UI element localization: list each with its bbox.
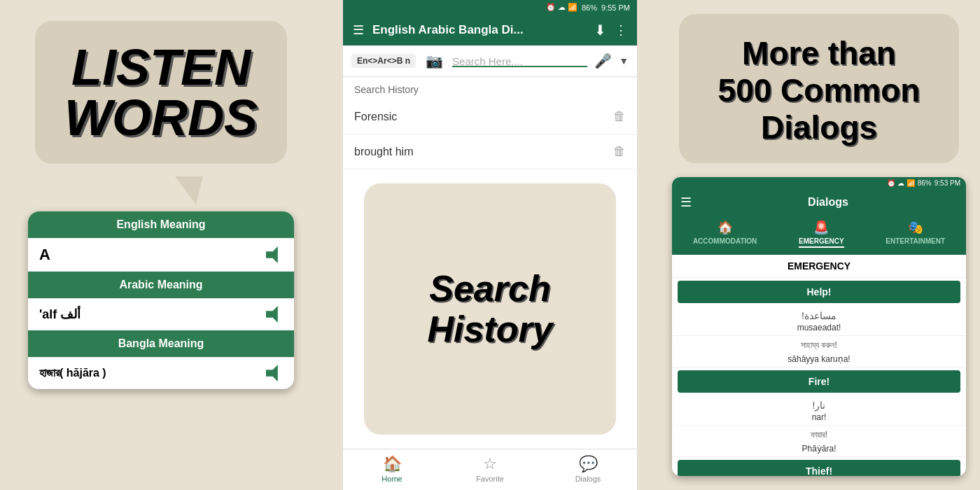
center-time: 9:55 PM — [601, 4, 630, 12]
dialogs-toolbar-title: Dialogs — [699, 196, 958, 209]
dialogs-status-icons: ⏰ ☁ 📶 — [887, 179, 915, 187]
dialogs-tab-entertainment[interactable]: 🎭 ENTERTAINMENT — [886, 220, 945, 248]
center-status-icons: ⏰ ☁ 📶 — [546, 3, 578, 12]
dialogs-tab-accommodation[interactable]: 🏠 ACCOMMODATION — [693, 220, 757, 248]
dialogs-battery: 86% — [918, 179, 932, 187]
search-underline — [452, 66, 587, 67]
dialog-fire-bangla: ফায়ার! Phāẏāra! — [672, 426, 966, 457]
dialogs-status-bar: ⏰ ☁ 📶 86% 9:53 PM — [672, 177, 966, 189]
center-favorite-label: Favorite — [476, 475, 504, 483]
delete-brought-icon[interactable]: 🗑 — [613, 144, 626, 159]
emergency-label: EMERGENCY — [799, 237, 844, 245]
arabic-speaker-icon[interactable] — [266, 306, 283, 323]
more-dialogs-box: More than 500 Common Dialogs — [679, 14, 959, 163]
listen-words-title: LISTEN WORDS — [63, 42, 259, 143]
left-panel: LISTEN WORDS English Meaning A Arabic Me… — [0, 0, 322, 490]
center-favorite-icon: ☆ — [483, 455, 497, 473]
dialog-help-btn[interactable]: Help! — [678, 281, 960, 303]
bangla-speaker-icon[interactable] — [266, 365, 283, 382]
accommodation-icon: 🏠 — [718, 220, 733, 235]
center-phone-screen: ⏰ ☁ 📶 86% 9:55 PM ☰ English Arabic Bangl… — [343, 0, 637, 490]
more-dialogs-text: More than 500 Common Dialogs — [700, 35, 938, 146]
center-home-label: Home — [382, 475, 402, 483]
dialogs-hamburger-icon[interactable]: ☰ — [680, 195, 692, 210]
search-history-big-label: Search History — [406, 248, 573, 370]
center-dialogs-icon: 💬 — [579, 455, 598, 473]
mic-icon[interactable]: 🎤 — [594, 52, 612, 69]
center-battery: 86% — [582, 4, 597, 12]
bangla-meaning-header: Bangla Meaning — [28, 330, 294, 358]
history-item-forensic[interactable]: Forensic 🗑 — [343, 99, 637, 134]
hamburger-icon[interactable]: ☰ — [353, 22, 364, 38]
dialog-help-bangla: সাহায্য করুন! sāhāyya karuṇa! — [672, 336, 966, 368]
history-item-forensic-text: Forensic — [354, 111, 397, 123]
dialog-fire-arabic: نار! nar! — [672, 396, 966, 426]
dialogs-section-title: EMERGENCY — [672, 255, 966, 278]
center-nav-dialogs[interactable]: 💬 Dialogs — [567, 455, 609, 483]
search-history-label: Search History — [343, 77, 637, 99]
arabic-value: ألف alf' — [39, 307, 80, 322]
center-panel: ⏰ ☁ 📶 86% 9:55 PM ☰ English Arabic Bangl… — [322, 0, 658, 490]
center-bottom-nav: 🏠 Home ☆ Favorite 💬 Dialogs — [343, 449, 637, 490]
lang-selector-row: En<>Ar<>B n 📷 Search Here.... 🎤 ▼ — [343, 46, 637, 77]
english-value: A — [39, 246, 50, 264]
center-dialogs-label: Dialogs — [575, 475, 601, 483]
lang-chip[interactable]: En<>Ar<>B n — [351, 54, 416, 68]
search-input-area: Search Here.... — [452, 55, 587, 67]
dialog-help-bangla-roman: sāhāyya karuṇa! — [680, 354, 958, 364]
dialog-fire-btn[interactable]: Fire! — [678, 370, 960, 393]
arabic-meaning-header: Arabic Meaning — [28, 272, 294, 299]
dialog-fire-bangla-roman: Phāẏāra! — [680, 444, 958, 454]
dialog-help-arabic: مساعدة! musaeadat! — [672, 306, 966, 336]
download-icon[interactable]: ⬇ — [594, 22, 606, 38]
center-home-icon: 🏠 — [383, 455, 402, 473]
dialogs-time: 9:53 PM — [934, 179, 960, 187]
dialog-fire-arabic-text: نار! — [680, 398, 958, 412]
dialog-help-arabic-text: مساعدة! — [680, 309, 958, 323]
dropdown-icon[interactable]: ▼ — [619, 55, 629, 66]
dialog-thief-btn[interactable]: Thief! — [678, 460, 960, 476]
emergency-icon: 🚨 — [813, 220, 829, 235]
dialog-help-bangla-text: সাহায্য করুন! — [680, 339, 958, 354]
center-app-toolbar: ☰ English Arabic Bangla Di... ⬇ ⋮ — [343, 15, 637, 46]
english-speaker-icon[interactable] — [266, 246, 283, 263]
bangla-meaning-row: হাজার( hājāra ) — [28, 358, 294, 389]
right-panel: More than 500 Common Dialogs ⏰ ☁ 📶 86% 9… — [658, 0, 980, 490]
english-meaning-header: English Meaning — [28, 211, 294, 239]
english-meaning-row: A — [28, 239, 294, 272]
bangla-value: হাজার( hājāra ) — [39, 367, 106, 379]
accommodation-label: ACCOMMODATION — [693, 237, 757, 245]
entertainment-label: ENTERTAINMENT — [886, 237, 945, 245]
delete-forensic-icon[interactable]: 🗑 — [613, 109, 626, 124]
arabic-meaning-row: ألف alf' — [28, 299, 294, 330]
entertainment-icon: 🎭 — [908, 220, 923, 235]
history-item-brought[interactable]: brought him 🗑 — [343, 134, 637, 169]
dialog-fire-arabic-roman: nar! — [680, 412, 958, 422]
dialogs-tab-emergency[interactable]: 🚨 EMERGENCY — [799, 220, 844, 248]
dialogs-toolbar: ☰ Dialogs — [672, 189, 966, 216]
history-item-brought-text: brought him — [354, 146, 414, 158]
listen-words-box: LISTEN WORDS — [35, 21, 287, 164]
dialogs-tabs: 🏠 ACCOMMODATION 🚨 EMERGENCY 🎭 ENTERTAINM… — [672, 216, 966, 255]
more-icon[interactable]: ⋮ — [615, 22, 627, 38]
center-nav-favorite[interactable]: ☆ Favorite — [469, 455, 511, 483]
left-phone-card: English Meaning A Arabic Meaning ألف alf… — [28, 211, 294, 389]
center-status-bar: ⏰ ☁ 📶 86% 9:55 PM — [343, 0, 637, 15]
dialog-fire-bangla-text: ফায়ার! — [680, 428, 958, 444]
speech-bubble-tail — [175, 176, 203, 204]
dialogs-phone: ⏰ ☁ 📶 86% 9:53 PM ☰ Dialogs 🏠 ACCOMMODAT… — [672, 177, 966, 476]
camera-icon[interactable]: 📷 — [423, 50, 445, 72]
center-toolbar-title: English Arabic Bangla Di... — [372, 23, 586, 37]
search-history-center: Search History — [364, 183, 616, 435]
dialog-help-arabic-roman: musaeadat! — [680, 323, 958, 332]
center-nav-home[interactable]: 🏠 Home — [371, 455, 413, 483]
